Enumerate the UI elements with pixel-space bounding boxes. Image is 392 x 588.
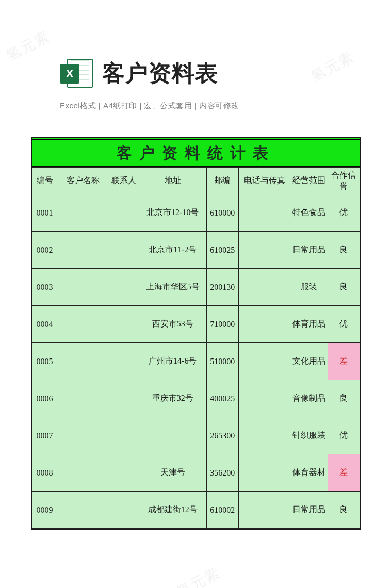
col-scope: 经营范围 [290,168,328,194]
cell-zip: 510000 [206,343,238,380]
cell-scope: 音像制品 [290,380,328,417]
table-row: 0006重庆市32号400025音像制品良 [32,380,360,417]
cell-contact [109,454,139,492]
cell-name [57,454,109,492]
table-row: 0004西安市53号710000体育用品优 [32,306,360,343]
cell-address: 成都建街12号 [139,492,206,529]
cell-scope: 特色食品 [290,194,328,232]
col-name: 客户名称 [57,168,109,194]
cell-tel [238,269,290,306]
cell-address: 西安市53号 [139,306,206,343]
cell-name [57,380,109,417]
cell-contact [109,343,139,380]
table-row: 0002北京市11-2号610025日常用品良 [32,232,360,269]
cell-credit: 良 [328,232,360,269]
cell-credit: 差 [328,343,360,380]
cell-name [57,306,109,343]
cell-zip: 265300 [206,417,238,454]
cell-id: 0005 [32,343,57,380]
customer-table: 编号 客户名称 联系人 地址 邮编 电话与传真 经营范围 合作信誉 0001北京… [32,167,360,529]
cell-id: 0006 [32,380,57,417]
cell-credit: 差 [328,454,360,492]
cell-name [57,343,109,380]
cell-tel [238,492,290,529]
cell-id: 0008 [32,454,57,492]
cell-scope: 文化用品 [290,343,328,380]
cell-scope: 日常用品 [290,492,328,529]
cell-zip: 610002 [206,492,238,529]
cell-id: 0003 [32,269,57,306]
cell-contact [109,492,139,529]
cell-zip: 356200 [206,454,238,492]
cell-name [57,232,109,269]
cell-credit: 优 [328,306,360,343]
cell-tel [238,306,290,343]
cell-contact [109,306,139,343]
cell-contact [109,417,139,454]
cell-zip: 710000 [206,306,238,343]
cell-name [57,492,109,529]
cell-name [57,194,109,232]
cell-zip: 400025 [206,380,238,417]
col-credit: 合作信誉 [328,168,360,194]
page-title: 客户资料表 [102,58,218,89]
cell-tel [238,232,290,269]
cell-scope: 服装 [290,269,328,306]
cell-scope: 体育器材 [290,454,328,492]
cell-contact [109,194,139,232]
table-row: 0009成都建街12号610002日常用品良 [32,492,360,529]
cell-tel [238,454,290,492]
cell-contact [109,269,139,306]
col-tel: 电话与传真 [238,168,290,194]
excel-icon-letter: X [60,64,79,84]
cell-id: 0002 [32,232,57,269]
cell-contact [109,380,139,417]
cell-name [57,417,109,454]
cell-address: 上海市华区5号 [139,269,206,306]
cell-address: 天津号 [139,454,206,492]
cell-zip: 610000 [206,194,238,232]
col-contact: 联系人 [109,168,139,194]
cell-credit: 良 [328,269,360,306]
col-zip: 邮编 [206,168,238,194]
col-address: 地址 [139,168,206,194]
cell-scope: 日常用品 [290,232,328,269]
cell-address: 北京市12-10号 [139,194,206,232]
page-header: X 客户资料表 Excel格式 | A4纸打印 | 宏、公式套用 | 内容可修改 [0,0,392,111]
excel-icon: X [60,57,93,90]
cell-credit: 良 [328,380,360,417]
table-row: 0007265300针织服装优 [32,417,360,454]
cell-address: 广州市14-6号 [139,343,206,380]
table-row: 0008天津号356200体育器材差 [32,454,360,492]
table-row: 0005广州市14-6号510000文化用品差 [32,343,360,380]
table-row: 0001北京市12-10号610000特色食品优 [32,194,360,232]
cell-scope: 体育用品 [290,306,328,343]
cell-tel [238,343,290,380]
cell-address: 北京市11-2号 [139,232,206,269]
cell-address [139,417,206,454]
sheet-title: 客户资料统计表 [32,138,360,167]
cell-credit: 良 [328,492,360,529]
table-header-row: 编号 客户名称 联系人 地址 邮编 电话与传真 经营范围 合作信誉 [32,168,360,194]
cell-name [57,269,109,306]
cell-scope: 针织服装 [290,417,328,454]
cell-tel [238,194,290,232]
cell-zip: 610025 [206,232,238,269]
cell-contact [109,232,139,269]
cell-tel [238,380,290,417]
table-row: 0003上海市华区5号200130服装良 [32,269,360,306]
watermark: 氢元素 [173,563,223,588]
cell-credit: 优 [328,194,360,232]
cell-id: 0004 [32,306,57,343]
cell-tel [238,417,290,454]
cell-credit: 优 [328,417,360,454]
cell-id: 0001 [32,194,57,232]
cell-id: 0009 [32,492,57,529]
cell-zip: 200130 [206,269,238,306]
page-subtitle: Excel格式 | A4纸打印 | 宏、公式套用 | 内容可修改 [60,101,351,111]
cell-address: 重庆市32号 [139,380,206,417]
cell-id: 0007 [32,417,57,454]
spreadsheet-card: 客户资料统计表 编号 客户名称 联系人 地址 邮编 电话与传真 经营范围 合作信… [31,137,361,530]
col-id: 编号 [32,168,57,194]
